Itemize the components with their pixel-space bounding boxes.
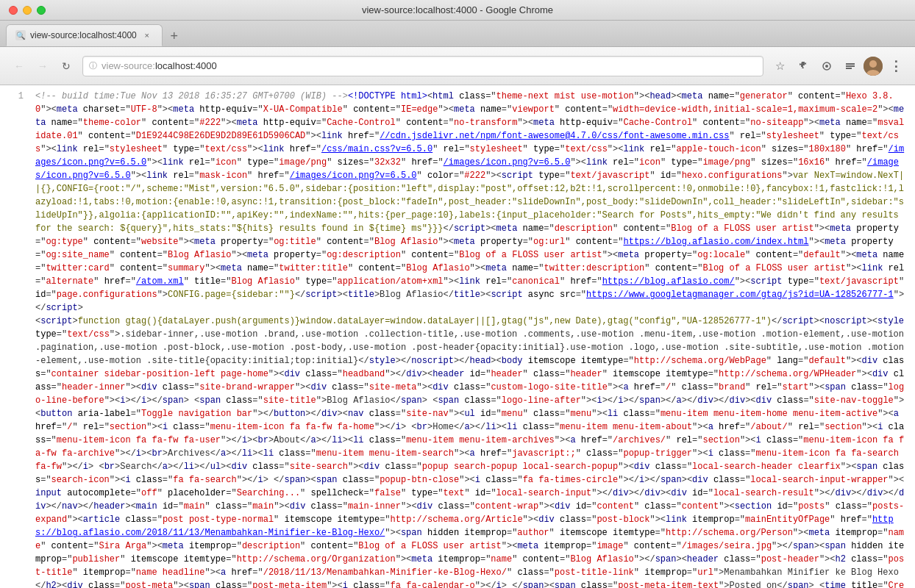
bookmark-button[interactable]: ☆ xyxy=(769,56,790,76)
toolbar-icons: ☆ ⋮ xyxy=(769,56,906,76)
back-button[interactable]: ← xyxy=(9,56,29,76)
source-code: <!-- build time:Tue Nov 13 2018 16:35:27… xyxy=(29,85,915,588)
extension2-button[interactable] xyxy=(816,56,837,76)
tab-bar: 🔍 view-source:localhost:4000 × + xyxy=(0,21,915,47)
tab-title: view-source:localhost:4000 xyxy=(30,30,137,40)
tab-active[interactable]: 🔍 view-source:localhost:4000 × xyxy=(6,24,163,46)
lock-icon: ⓘ xyxy=(89,60,97,71)
titlebar: view-source:localhost:4000 - Google Chro… xyxy=(0,0,915,21)
extension3-icon xyxy=(844,60,856,72)
svg-point-1 xyxy=(825,65,828,68)
close-button[interactable] xyxy=(9,6,18,15)
avatar[interactable] xyxy=(864,57,883,76)
address-scheme: view-source: xyxy=(102,60,155,71)
address-host: localhost xyxy=(155,60,193,71)
address-port: :4000 xyxy=(193,60,217,71)
address-bar[interactable]: ⓘ view-source:localhost:4000 xyxy=(82,56,763,76)
reload-button[interactable]: ↻ xyxy=(56,56,76,76)
window-title: view-source:localhost:4000 - Google Chro… xyxy=(362,4,553,15)
maximize-button[interactable] xyxy=(37,6,46,15)
nav-buttons: ← → ↻ xyxy=(9,56,76,76)
line-number: 1 xyxy=(18,91,24,101)
extension-icon xyxy=(821,60,833,72)
browser-toolbar: ← → ↻ ⓘ view-source:localhost:4000 ☆ xyxy=(0,47,915,85)
minimize-button[interactable] xyxy=(23,6,32,15)
forward-button[interactable]: → xyxy=(32,56,53,76)
source-view: 1 <!-- build time:Tue Nov 13 2018 16:35:… xyxy=(0,85,915,588)
address-text: view-source:localhost:4000 xyxy=(102,60,757,71)
avatar-image xyxy=(864,57,883,76)
new-tab-button[interactable]: + xyxy=(164,26,185,46)
extension3-button[interactable] xyxy=(840,56,861,76)
traffic-lights xyxy=(9,6,46,15)
puzzle-icon xyxy=(797,60,809,72)
menu-button[interactable]: ⋮ xyxy=(886,56,906,76)
tab-close-button[interactable]: × xyxy=(141,29,153,41)
tab-favicon: 🔍 xyxy=(15,30,26,40)
line-numbers: 1 xyxy=(0,85,29,588)
extension1-button[interactable] xyxy=(793,56,813,76)
